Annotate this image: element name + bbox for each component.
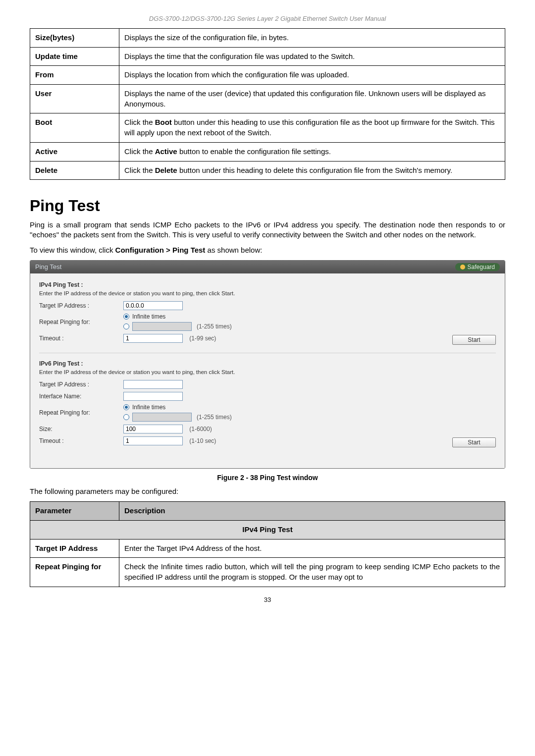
ipv6-infinite-label: Infinite times (132, 404, 165, 411)
param-row-desc: Enter the Target IPv4 Address of the hos… (119, 539, 505, 558)
ipv6-count-radio[interactable]: (1-255 times) (123, 413, 232, 422)
ipv6-hint: Enter the IP address of the device or st… (39, 369, 496, 375)
table-row-label: From (30, 66, 119, 85)
radio-selected-icon (123, 404, 129, 410)
params-subheader: IPv4 Ping Test (30, 520, 505, 539)
table-row-desc: Displays the size of the configuration f… (119, 29, 505, 48)
param-row-label: Repeat Pinging for (30, 558, 119, 587)
safeguard-icon (460, 265, 465, 270)
table-row-desc: Click the Delete button under this headi… (119, 161, 505, 180)
table-row-label: Delete (30, 161, 119, 180)
nav-path: Configuration > Ping Test (115, 246, 206, 254)
table-row-desc: Click the Active button to enable the co… (119, 142, 505, 161)
ipv4-start-button[interactable]: Start (452, 335, 496, 345)
ipv6-iface-input[interactable] (123, 392, 183, 401)
ipv4-infinite-label: Infinite times (132, 313, 165, 320)
ipv4-infinite-radio[interactable]: Infinite times (123, 313, 232, 320)
param-row-desc: Check the Infinite times radio button, w… (119, 558, 505, 587)
parameters-table: Parameter Description IPv4 Ping Test Tar… (30, 501, 505, 587)
section-intro: Ping is a small program that sends ICMP … (30, 220, 505, 240)
ipv6-target-label: Target IP Address : (39, 381, 123, 388)
table-row-label: Update time (30, 47, 119, 66)
desc-col-header: Description (119, 502, 505, 521)
nav-instructions: To view this window, click Configuration… (30, 245, 505, 255)
table-row-label: Active (30, 142, 119, 161)
ipv6-timeout-suffix: (1-10 sec) (189, 437, 216, 444)
ipv6-hint-text: Enter the IP address of the device or st… (39, 369, 235, 375)
ipv6-start-button[interactable]: Start (452, 437, 496, 447)
table-row-label: User (30, 85, 119, 113)
ipv6-iface-label: Interface Name: (39, 393, 123, 400)
config-file-table: Size(bytes)Displays the size of the conf… (30, 28, 505, 180)
ipv6-timeout-input[interactable] (123, 436, 183, 445)
table-row-desc: Displays the time that the configuration… (119, 47, 505, 66)
ipv6-count-suffix: (1-255 times) (197, 414, 232, 421)
ipv4-hint-text: Enter the IP address of the device or st… (39, 290, 235, 296)
nav-post: as shown below: (205, 246, 262, 254)
ipv4-heading: IPv4 Ping Test : (39, 281, 496, 288)
radio-icon (123, 414, 129, 420)
radio-selected-icon (123, 314, 129, 320)
param-col-header: Parameter (30, 502, 119, 521)
ipv6-size-input[interactable] (123, 425, 183, 433)
ipv6-size-suffix: (1-6000) (189, 426, 212, 432)
ipv6-heading: IPv6 Ping Test : (39, 360, 496, 367)
table-row-desc: Click the Boot button under this heading… (119, 113, 505, 142)
ipv4-target-label: Target IP Address : (39, 302, 123, 309)
safeguard-badge: Safeguard (455, 263, 500, 271)
divider (39, 353, 496, 353)
params-intro: The following parameters may be configur… (30, 486, 505, 496)
section-title: Ping Test (30, 197, 505, 215)
ipv6-size-label: Size: (39, 426, 123, 432)
page-number: 33 (30, 596, 505, 603)
screenshot-titlebar: Ping Test Safeguard (30, 261, 505, 273)
ipv6-infinite-radio[interactable]: Infinite times (123, 404, 232, 411)
ping-test-screenshot: Ping Test Safeguard IPv4 Ping Test : Ent… (30, 260, 505, 469)
doc-header: DGS-3700-12/DGS-3700-12G Series Layer 2 … (30, 15, 505, 22)
table-row-desc: Displays the location from which the con… (119, 66, 505, 85)
ipv6-repeat-label: Repeat Pinging for: (39, 409, 123, 416)
ipv6-count-input[interactable] (132, 413, 192, 422)
radio-icon (123, 324, 129, 329)
nav-pre: To view this window, click (30, 246, 115, 254)
screenshot-title: Ping Test (35, 263, 455, 270)
table-row-desc: Displays the name of the user (device) t… (119, 85, 505, 113)
ipv4-repeat-label: Repeat Pinging for: (39, 319, 123, 325)
ipv4-timeout-input[interactable] (123, 334, 183, 343)
ipv4-count-input[interactable] (132, 322, 192, 331)
ipv6-target-input[interactable] (123, 380, 183, 389)
ipv4-timeout-suffix: (1-99 sec) (189, 335, 216, 342)
ipv4-target-input[interactable] (123, 301, 183, 310)
table-row-label: Boot (30, 113, 119, 142)
figure-caption: Figure 2 - 38 Ping Test window (30, 474, 505, 482)
ipv6-timeout-label: Timeout : (39, 437, 123, 444)
ipv4-count-suffix: (1-255 times) (197, 323, 232, 330)
table-row-label: Size(bytes) (30, 29, 119, 48)
ipv4-count-radio[interactable]: (1-255 times) (123, 322, 232, 331)
ipv4-timeout-label: Timeout : (39, 335, 123, 342)
safeguard-label: Safeguard (468, 264, 495, 270)
param-row-label: Target IP Address (30, 539, 119, 558)
ipv4-hint: Enter the IP address of the device or st… (39, 290, 496, 296)
